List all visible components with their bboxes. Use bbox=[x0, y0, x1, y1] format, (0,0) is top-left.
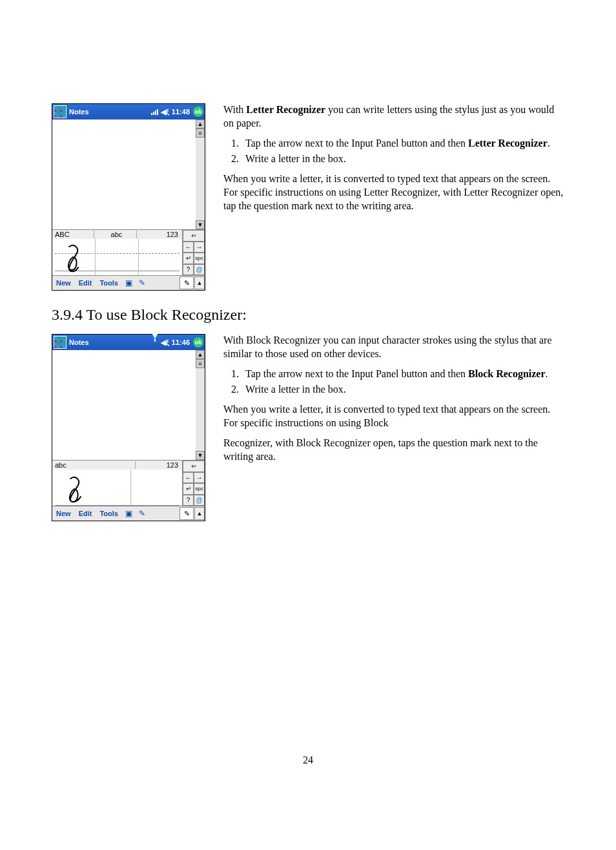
page: Notes ◀ξ 11:48 ok ▲ ≡ ▼ bbox=[0, 0, 616, 850]
pda1-menubar: New Edit Tools ▣ ✎ ✎ ▲ bbox=[52, 275, 205, 290]
speaker-icon[interactable]: ◀ξ bbox=[161, 338, 169, 347]
pen-icon[interactable]: ✎ bbox=[136, 277, 148, 289]
signal-icon[interactable] bbox=[151, 107, 158, 116]
ok-button[interactable]: ok bbox=[193, 337, 203, 347]
block-para2: When you write a letter, it is converted… bbox=[223, 403, 564, 430]
letter-steps: Tap the arrow next to the Input Panel bu… bbox=[223, 137, 564, 167]
backspace-key[interactable]: ⇐ bbox=[183, 230, 205, 242]
menu-tools[interactable]: Tools bbox=[96, 279, 122, 287]
block-text-column: With Block Recognizer you can input char… bbox=[223, 334, 564, 470]
section-block-recognizer: Notes ◀ξ 11:46 ok ▲ ≡ ▼ bbox=[52, 334, 564, 521]
letter-intro: With Letter Recognizer you can write let… bbox=[223, 103, 564, 130]
pda2-menubar: New Edit Tools ▣ ✎ ✎ ▲ bbox=[52, 506, 205, 521]
pda2-title: Notes bbox=[69, 338, 89, 346]
filter-icon[interactable] bbox=[152, 338, 158, 346]
menu-tools[interactable]: Tools bbox=[96, 510, 122, 517]
letter-step-2: Write a letter in the box. bbox=[241, 152, 564, 166]
zone-numeric: 123 bbox=[136, 461, 182, 469]
scroll-thumb[interactable]: ≡ bbox=[196, 129, 205, 138]
right-key[interactable]: → bbox=[194, 242, 205, 253]
aux-keys: ⇐ ← → ↵ spc ? @ bbox=[182, 461, 205, 506]
block-recognizer-panel: abc 123 ⇐ bbox=[52, 460, 205, 506]
sip-arrow[interactable]: ▲ bbox=[194, 276, 205, 289]
scroll-up-icon[interactable]: ▲ bbox=[196, 350, 205, 359]
zone-uppercase: ABC bbox=[52, 231, 94, 238]
enter-key[interactable]: ↵ bbox=[183, 483, 194, 495]
space-key[interactable]: spc bbox=[194, 483, 205, 495]
block-step-2: Write a letter in the box. bbox=[241, 383, 564, 397]
sip-button[interactable]: ✎ bbox=[180, 507, 194, 520]
menu-edit[interactable]: Edit bbox=[75, 279, 96, 287]
menu-new[interactable]: New bbox=[52, 510, 75, 517]
letter-text-column: With Letter Recognizer you can write let… bbox=[223, 103, 564, 220]
start-icon[interactable] bbox=[54, 105, 67, 118]
menu-new[interactable]: New bbox=[52, 279, 75, 287]
left-key[interactable]: ← bbox=[183, 472, 194, 484]
ok-button[interactable]: ok bbox=[193, 107, 203, 117]
speaker-icon[interactable]: ◀ξ bbox=[161, 108, 169, 116]
zone-alpha: abc bbox=[52, 461, 136, 469]
block-steps: Tap the arrow next to the Input Panel bu… bbox=[223, 368, 564, 397]
backspace-key[interactable]: ⇐ bbox=[183, 461, 205, 472]
scroll-down-icon[interactable]: ▼ bbox=[196, 451, 205, 460]
aux-keys: ⇐ ← → ↵ spc ? @ bbox=[182, 230, 205, 275]
ink-stroke-icon bbox=[65, 244, 85, 273]
pda2-time: 11:46 bbox=[172, 338, 190, 346]
letter-recognizer-panel: ABC abc 123 bbox=[52, 229, 205, 275]
block-para3: Recognizer, with Block Recognizer open, … bbox=[223, 437, 564, 464]
ink-stroke-icon bbox=[65, 475, 85, 503]
pen-icon[interactable]: ✎ bbox=[136, 508, 148, 519]
pda1-time: 11:48 bbox=[172, 108, 190, 116]
note-canvas[interactable] bbox=[52, 350, 196, 460]
scroll-up-icon[interactable]: ▲ bbox=[196, 119, 205, 129]
scrollbar[interactable]: ▲ ≡ ▼ bbox=[196, 119, 205, 229]
writing-area[interactable] bbox=[52, 239, 182, 275]
symbol-key[interactable]: @ bbox=[194, 495, 205, 506]
left-key[interactable]: ← bbox=[183, 242, 194, 253]
zone-numeric: 123 bbox=[137, 231, 182, 238]
block-step-1: Tap the arrow next to the Input Panel bu… bbox=[241, 368, 564, 381]
section-letter-recognizer: Notes ◀ξ 11:48 ok ▲ ≡ ▼ bbox=[52, 103, 564, 291]
letter-para2: When you write a letter, it is converted… bbox=[223, 172, 564, 212]
section-heading: 3.9.4 To use Block Recognizer: bbox=[52, 306, 564, 324]
note-canvas[interactable] bbox=[52, 119, 196, 229]
pda-screenshot-block: Notes ◀ξ 11:46 ok ▲ ≡ ▼ bbox=[52, 334, 205, 521]
zone-lowercase: abc bbox=[94, 231, 136, 238]
right-key[interactable]: → bbox=[194, 472, 205, 484]
record-icon[interactable]: ▣ bbox=[123, 277, 135, 289]
symbol-key[interactable]: @ bbox=[194, 264, 205, 276]
letter-step-1: Tap the arrow next to the Input Panel bu… bbox=[241, 137, 564, 150]
space-key[interactable]: spc bbox=[194, 253, 205, 264]
pda-screenshot-letter: Notes ◀ξ 11:48 ok ▲ ≡ ▼ bbox=[52, 103, 205, 291]
scroll-down-icon[interactable]: ▼ bbox=[196, 220, 205, 229]
menu-edit[interactable]: Edit bbox=[75, 510, 96, 517]
writing-area[interactable] bbox=[52, 470, 182, 506]
sip-arrow[interactable]: ▲ bbox=[194, 507, 205, 520]
pda1-title: Notes bbox=[69, 108, 89, 116]
help-key[interactable]: ? bbox=[183, 264, 194, 276]
enter-key[interactable]: ↵ bbox=[183, 253, 194, 264]
scrollbar[interactable]: ▲ ≡ ▼ bbox=[196, 350, 205, 460]
sip-button[interactable]: ✎ bbox=[180, 276, 194, 289]
page-number: 24 bbox=[0, 754, 616, 766]
block-intro: With Block Recognizer you can input char… bbox=[223, 334, 564, 361]
pda2-titlebar: Notes ◀ξ 11:46 ok bbox=[52, 335, 205, 350]
pda1-titlebar: Notes ◀ξ 11:48 ok bbox=[52, 104, 205, 119]
scroll-thumb[interactable]: ≡ bbox=[196, 359, 205, 368]
help-key[interactable]: ? bbox=[183, 495, 194, 506]
start-icon[interactable] bbox=[54, 336, 67, 349]
record-icon[interactable]: ▣ bbox=[123, 508, 135, 519]
